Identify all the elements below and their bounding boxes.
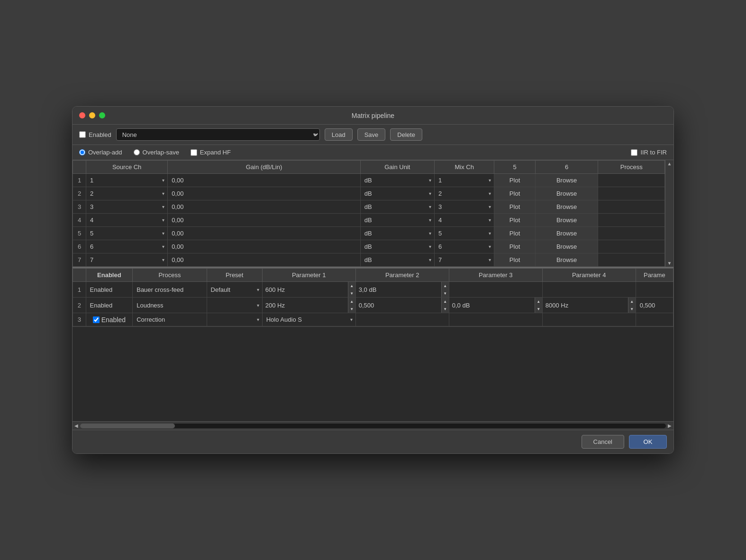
gain-unit-select-4[interactable]: dB [361, 227, 434, 240]
browse-button-3[interactable]: Browse [536, 214, 598, 226]
browse-button-4[interactable]: Browse [536, 227, 598, 240]
source-ch-select-4[interactable]: 5 [86, 227, 167, 240]
cancel-button[interactable]: Cancel [582, 435, 624, 449]
horizontal-scrollbar[interactable]: ◀ ▶ [73, 421, 673, 430]
gain-unit-select-6[interactable]: dB [361, 253, 434, 266]
enabled-cb-2[interactable] [93, 316, 100, 323]
param4-down-1[interactable]: ▼ [628, 305, 636, 313]
param2-down-1[interactable]: ▼ [442, 305, 449, 313]
scrollbar-thumb[interactable] [80, 424, 175, 428]
ok-button[interactable]: OK [629, 435, 667, 449]
enabled-checkbox-label[interactable]: Enabled [79, 131, 111, 138]
save-button[interactable]: Save [357, 128, 386, 141]
iir-to-fir-label[interactable]: IIR to FIR [631, 149, 667, 156]
iir-to-fir-checkbox[interactable] [631, 149, 637, 156]
maximize-button[interactable] [99, 112, 105, 118]
preset-select-2[interactable] [207, 313, 262, 326]
gain-unit-select-2[interactable]: dB [361, 200, 434, 213]
param2-input-1[interactable] [356, 299, 441, 312]
close-button[interactable] [79, 112, 85, 118]
plot-button-5[interactable]: Plot [494, 240, 535, 253]
preset-select-1[interactable] [207, 299, 262, 312]
param1-up-0[interactable]: ▲ [348, 282, 355, 289]
main-window: Matrix pipeline Enabled None ▼ Load Save… [72, 106, 674, 454]
browse-button-0[interactable]: Browse [536, 174, 598, 187]
expand-hf-checkbox[interactable] [191, 149, 197, 156]
expand-hf-label[interactable]: Expand HF [191, 149, 231, 156]
browse-button-6[interactable]: Browse [536, 253, 598, 266]
load-button[interactable]: Load [325, 128, 353, 141]
param1-dropdown-wrapper-2: Holo Audio S ▾ [263, 313, 355, 326]
source-ch-select-1[interactable]: 2 [86, 187, 167, 200]
param1-input-0[interactable] [263, 283, 348, 296]
plot-button-3[interactable]: Plot [494, 214, 535, 226]
scroll-right-arrow[interactable]: ▶ [668, 423, 672, 428]
plot-button-2[interactable]: Plot [494, 200, 535, 213]
gain-unit-wrapper-1: dB ▾ [361, 187, 434, 200]
mix-ch-select-1[interactable]: 2 [435, 187, 494, 200]
gain-input-3[interactable] [168, 214, 360, 226]
delete-button[interactable]: Delete [390, 128, 422, 141]
source-ch-select-2[interactable]: 3 [86, 200, 167, 213]
lower-process-cell-0: Bauer cross-feed [133, 282, 207, 298]
gain-unit-select-1[interactable]: dB [361, 187, 434, 200]
preset-select-0[interactable]: Default [207, 283, 262, 296]
upper-scrollbar[interactable]: ▲ ▼ [665, 160, 673, 267]
plot-button-0[interactable]: Plot [494, 174, 535, 187]
param3-input-1[interactable] [449, 299, 535, 312]
enabled-checkbox[interactable] [79, 131, 86, 138]
param1-down-1[interactable]: ▼ [348, 305, 355, 313]
gain-unit-select-3[interactable]: dB [361, 214, 434, 226]
mix-ch-select-6[interactable]: 7 [435, 253, 494, 266]
plot-button-1[interactable]: Plot [494, 187, 535, 200]
gain-input-1[interactable] [168, 187, 360, 200]
gain-unit-select-0[interactable]: dB [361, 174, 434, 187]
browse-button-2[interactable]: Browse [536, 200, 598, 213]
param2-up-0[interactable]: ▲ [442, 282, 449, 289]
param4-input-1[interactable] [543, 299, 628, 312]
source-ch-cell-3: 4 ▾ [86, 214, 168, 227]
param2-input-0[interactable] [356, 283, 441, 296]
param1-down-0[interactable]: ▼ [348, 289, 355, 297]
param3-up-1[interactable]: ▲ [535, 298, 542, 305]
overlap-add-label[interactable]: Overlap-add [79, 149, 122, 156]
mix-ch-wrapper-4: 5 ▾ [435, 227, 494, 240]
param2-down-0[interactable]: ▼ [442, 289, 449, 297]
param1-up-1[interactable]: ▲ [348, 298, 355, 305]
source-ch-select-6[interactable]: 7 [86, 253, 167, 266]
upper-table-row: 2 2 ▾ dB ▾ 2 ▾ [73, 187, 665, 200]
col6-cell-1: Browse [535, 187, 598, 200]
gain-input-4[interactable] [168, 227, 360, 240]
gain-input-5[interactable] [168, 240, 360, 253]
mix-ch-select-2[interactable]: 3 [435, 200, 494, 213]
param1-input-1[interactable] [263, 299, 348, 312]
enabled-label-2: Enabled [101, 316, 126, 324]
overlap-save-radio[interactable] [134, 149, 140, 155]
scroll-left-arrow[interactable]: ◀ [74, 423, 78, 428]
overlap-save-label[interactable]: Overlap-save [134, 149, 179, 156]
source-ch-select-3[interactable]: 4 [86, 214, 167, 226]
pipeline-dropdown[interactable]: None [116, 128, 320, 141]
gain-input-6[interactable] [168, 253, 360, 266]
param1-dropdown-2[interactable]: Holo Audio S [263, 313, 355, 326]
param4-up-1[interactable]: ▲ [628, 298, 636, 305]
mix-ch-select-3[interactable]: 4 [435, 214, 494, 226]
gain-input-2[interactable] [168, 200, 360, 213]
plot-button-6[interactable]: Plot [494, 253, 535, 266]
mix-ch-select-5[interactable]: 6 [435, 240, 494, 253]
source-ch-select-5[interactable]: 6 [86, 240, 167, 253]
param3-down-1[interactable]: ▼ [535, 305, 542, 313]
minimize-button[interactable] [89, 112, 95, 118]
row-num-2: 3 [73, 200, 86, 214]
mix-ch-select-0[interactable]: 1 [435, 174, 494, 187]
overlap-add-radio[interactable] [79, 149, 85, 155]
param2-up-1[interactable]: ▲ [442, 298, 449, 305]
scrollbar-track[interactable] [80, 424, 666, 428]
plot-button-4[interactable]: Plot [494, 227, 535, 240]
gain-unit-select-5[interactable]: dB [361, 240, 434, 253]
browse-button-5[interactable]: Browse [536, 240, 598, 253]
mix-ch-select-4[interactable]: 5 [435, 227, 494, 240]
gain-input-0[interactable] [168, 174, 360, 187]
browse-button-1[interactable]: Browse [536, 187, 598, 200]
source-ch-select-0[interactable]: 1 [86, 174, 167, 187]
